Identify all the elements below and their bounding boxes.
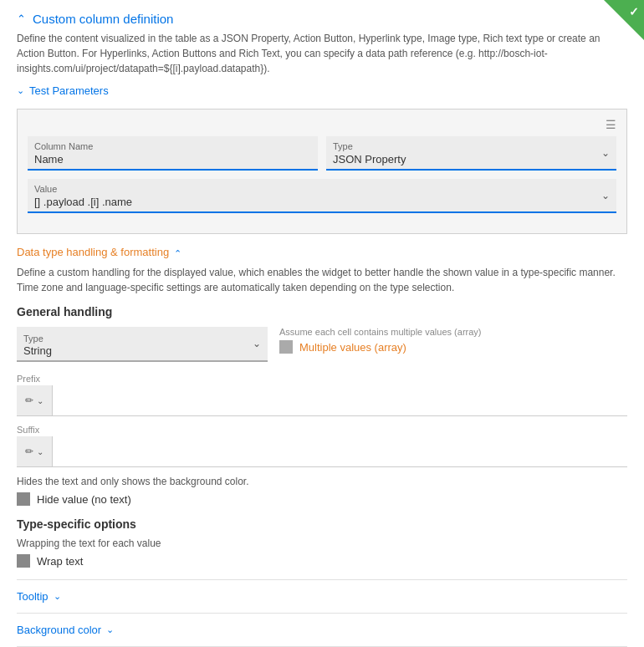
pencil-icon-2: ✏ bbox=[25, 446, 33, 457]
hide-value-section: Hides the text and only shows the backgr… bbox=[17, 476, 627, 506]
background-color-label: Background color bbox=[17, 624, 101, 636]
prefix-input[interactable] bbox=[53, 385, 627, 415]
divider-2 bbox=[17, 613, 627, 614]
tooltip-toggle[interactable]: Tooltip ⌄ bbox=[17, 583, 627, 609]
column-name-label: Column Name bbox=[34, 141, 311, 151]
column-name-value: Name bbox=[34, 153, 311, 166]
check-icon: ✓ bbox=[629, 5, 639, 18]
column-name-field[interactable]: Column Name Name bbox=[28, 136, 318, 171]
suffix-input[interactable] bbox=[53, 436, 627, 466]
value-field[interactable]: Value [] .payload .[i] .name ⌄ bbox=[28, 179, 616, 213]
suffix-input-row: ✏ ⌄ bbox=[17, 436, 627, 467]
type-select-value: String bbox=[23, 344, 261, 357]
data-type-chevron-icon[interactable]: ⌃ bbox=[174, 248, 181, 259]
background-color-chevron-icon: ⌄ bbox=[106, 624, 114, 635]
panel-menu-icon[interactable]: ☰ bbox=[28, 118, 616, 131]
multiple-values-checkbox[interactable] bbox=[279, 340, 293, 354]
test-parameters-label: Test Parameters bbox=[29, 84, 109, 97]
wrap-text-row: Wrap text bbox=[17, 554, 627, 568]
background-color-toggle[interactable]: Background color ⌄ bbox=[17, 617, 627, 643]
general-handling-section: General handling Type String ⌄ Assume ea… bbox=[17, 305, 627, 506]
multiple-values-label: Assume each cell contains multiple value… bbox=[279, 327, 627, 337]
data-type-section: Data type handling & formatting ⌃ Define… bbox=[17, 246, 627, 295]
suffix-chevron-icon: ⌄ bbox=[37, 447, 43, 456]
hide-value-label: Hide value (no text) bbox=[37, 493, 131, 506]
type-specific-title: Type-specific options bbox=[17, 517, 627, 531]
hide-value-checkbox[interactable] bbox=[17, 492, 30, 506]
hide-value-note: Hides the text and only shows the backgr… bbox=[17, 476, 627, 487]
prefix-icon-button[interactable]: ✏ ⌄ bbox=[17, 385, 53, 415]
form-panel: ☰ Column Name Name Type JSON Property ⌄ … bbox=[17, 109, 627, 234]
value-dropdown-arrow: ⌄ bbox=[601, 190, 610, 201]
chevron-down-icon: ⌄ bbox=[17, 85, 24, 96]
main-container: ⌃ Custom column definition Define the co… bbox=[0, 0, 644, 647]
multiple-values-text: Multiple values (array) bbox=[299, 341, 406, 354]
description-text: Define the content visualized in the tab… bbox=[17, 31, 627, 76]
hide-value-row: Hide value (no text) bbox=[17, 492, 627, 506]
type-dropdown-arrow: ⌄ bbox=[601, 147, 610, 159]
suffix-label: Suffix bbox=[17, 425, 627, 435]
prefix-chevron-icon: ⌄ bbox=[37, 396, 43, 405]
type-select-label: Type bbox=[23, 334, 43, 344]
suffix-icon-button[interactable]: ✏ ⌄ bbox=[17, 436, 53, 466]
type-label: Type bbox=[333, 141, 610, 151]
multiple-values-wrap: Assume each cell contains multiple value… bbox=[279, 327, 627, 354]
page-title: Custom column definition bbox=[33, 12, 173, 26]
value-row: Value [] .payload .[i] .name ⌄ bbox=[28, 179, 616, 213]
test-parameters-toggle[interactable]: ⌄ Test Parameters bbox=[17, 84, 627, 97]
section-header: ⌃ Custom column definition bbox=[17, 12, 627, 26]
prefix-section: Prefix ✏ ⌄ bbox=[17, 374, 627, 416]
wrap-text-note: Wrapping the text for each value bbox=[17, 537, 627, 549]
type-value: JSON Property bbox=[333, 153, 610, 166]
multiple-values-row: Multiple values (array) bbox=[279, 340, 627, 354]
pencil-icon: ✏ bbox=[25, 395, 33, 406]
general-handling-title: General handling bbox=[17, 305, 627, 318]
type-select-arrow-icon: ⌄ bbox=[253, 338, 261, 349]
type-field[interactable]: Type JSON Property ⌄ bbox=[326, 136, 616, 171]
value-value: [] .payload .[i] .name bbox=[34, 196, 610, 208]
type-select[interactable]: Type String ⌄ bbox=[17, 327, 268, 362]
prefix-input-row: ✏ ⌄ bbox=[17, 385, 627, 416]
type-specific-section: Type-specific options Wrapping the text … bbox=[17, 517, 627, 568]
tooltip-label: Tooltip bbox=[17, 590, 49, 603]
column-type-row: Column Name Name Type JSON Property ⌄ bbox=[28, 136, 616, 171]
divider-1 bbox=[17, 579, 627, 580]
value-label: Value bbox=[34, 184, 610, 194]
wrap-text-checkbox[interactable] bbox=[17, 554, 30, 568]
collapse-icon[interactable]: ⌃ bbox=[17, 13, 26, 25]
type-multiple-row: Type String ⌄ Assume each cell contains … bbox=[17, 327, 627, 362]
wrap-text-label: Wrap text bbox=[37, 555, 83, 568]
prefix-label: Prefix bbox=[17, 374, 627, 384]
suffix-section: Suffix ✏ ⌄ bbox=[17, 425, 627, 467]
tooltip-chevron-icon: ⌄ bbox=[54, 591, 61, 602]
data-type-desc: Define a custom handling for the display… bbox=[17, 265, 627, 295]
data-type-heading: Data type handling & formatting bbox=[17, 246, 169, 258]
